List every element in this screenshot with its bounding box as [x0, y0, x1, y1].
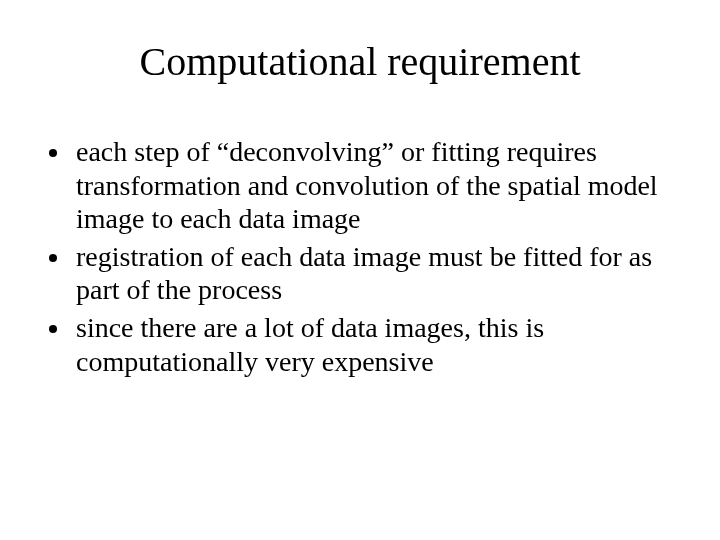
- list-item: since there are a lot of data images, th…: [72, 311, 680, 378]
- slide-title: Computational requirement: [40, 38, 680, 85]
- list-item: registration of each data image must be …: [72, 240, 680, 307]
- list-item: each step of “deconvolving” or fitting r…: [72, 135, 680, 236]
- slide: Computational requirement each step of “…: [0, 0, 720, 540]
- bullet-list: each step of “deconvolving” or fitting r…: [40, 135, 680, 378]
